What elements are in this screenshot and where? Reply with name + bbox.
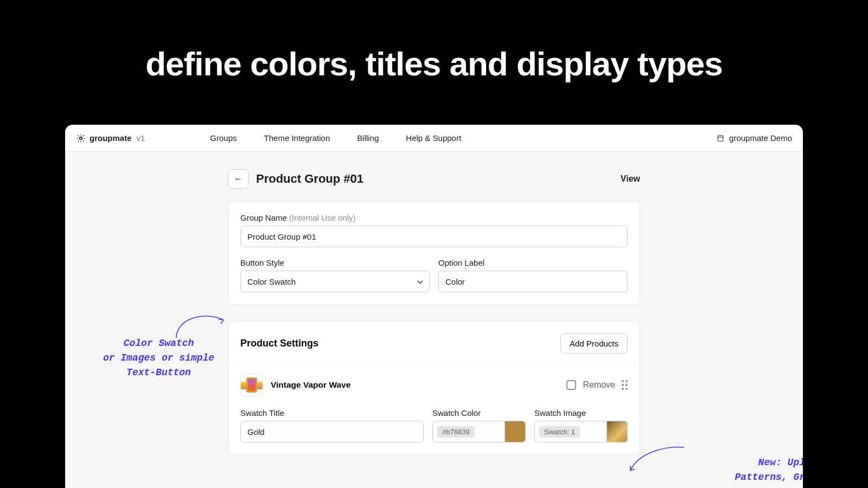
- brand-name: groupmate: [90, 133, 132, 143]
- back-button[interactable]: ←: [228, 169, 248, 189]
- product-settings-card: Product Settings Add Products Vintage Va…: [228, 321, 640, 455]
- swatch-color-label: Swatch Color: [432, 408, 526, 418]
- group-name-input[interactable]: [240, 226, 628, 247]
- product-thumbnail: [240, 374, 263, 396]
- swatch-title-input[interactable]: [240, 421, 424, 442]
- annotation-right: New: Upload Patterns, Gradients or Image…: [724, 455, 803, 488]
- option-label-input[interactable]: [438, 271, 628, 292]
- nav-tabs: Groups Theme Integration Billing Help & …: [210, 133, 461, 143]
- swatch-color-chip: [505, 421, 525, 442]
- button-style-select[interactable]: [240, 271, 430, 292]
- svg-point-0: [80, 137, 82, 139]
- add-products-button[interactable]: Add Products: [560, 333, 628, 354]
- gear-icon: [76, 133, 86, 143]
- arrow-right-curve: [627, 445, 687, 477]
- button-style-label: Button Style: [240, 258, 430, 267]
- group-name-label: Group Name (Internal Use only): [240, 213, 628, 222]
- product-settings-title: Product Settings: [240, 338, 318, 349]
- tab-billing[interactable]: Billing: [357, 133, 379, 143]
- store-badge[interactable]: groupmate Demo: [716, 133, 792, 143]
- swatch-color-input[interactable]: #b78839: [432, 421, 526, 442]
- swatch-color-value: #b78839: [437, 426, 475, 438]
- swatch-title-label: Swatch Title: [240, 408, 424, 418]
- swatch-image-value: Swatch: 1: [539, 426, 580, 438]
- annotation-left: Color Swatch or Images or simple Text-Bu…: [98, 336, 220, 380]
- arrow-left-curve: [174, 308, 228, 343]
- remove-checkbox[interactable]: [566, 380, 576, 390]
- swatch-image-label: Swatch Image: [534, 408, 628, 418]
- product-name: Vintage Vapor Wave: [271, 380, 350, 390]
- page-title: Product Group #01: [256, 172, 363, 186]
- drag-handle-icon[interactable]: [622, 380, 628, 390]
- remove-label: Remove: [583, 380, 615, 390]
- swatch-image-input[interactable]: Swatch: 1: [534, 421, 628, 442]
- view-link[interactable]: View: [621, 174, 640, 184]
- page-header: ← Product Group #01 View: [228, 169, 640, 189]
- arrow-left-icon: ←: [234, 174, 242, 184]
- store-name: groupmate Demo: [729, 133, 792, 143]
- swatch-image-chip: [607, 421, 627, 442]
- group-name-hint: (Internal Use only): [289, 213, 356, 222]
- brand-version: v1: [137, 133, 145, 143]
- tab-help-support[interactable]: Help & Support: [406, 133, 461, 143]
- topbar: groupmate v1 Groups Theme Integration Bi…: [65, 125, 803, 152]
- tab-groups[interactable]: Groups: [210, 133, 237, 143]
- body-area: ← Product Group #01 View Group Name (Int…: [65, 152, 803, 488]
- hero-title: define colors, titles and display types: [0, 0, 868, 83]
- group-card: Group Name (Internal Use only) Button St…: [228, 201, 640, 305]
- app-window: groupmate v1 Groups Theme Integration Bi…: [65, 125, 803, 488]
- group-name-label-text: Group Name: [240, 213, 287, 222]
- option-label-label: Option Label: [438, 258, 628, 267]
- tab-theme-integration[interactable]: Theme Integration: [264, 133, 330, 143]
- product-row: Vintage Vapor Wave Remove: [228, 363, 640, 406]
- store-icon: [716, 134, 725, 143]
- brand: groupmate v1: [76, 133, 145, 143]
